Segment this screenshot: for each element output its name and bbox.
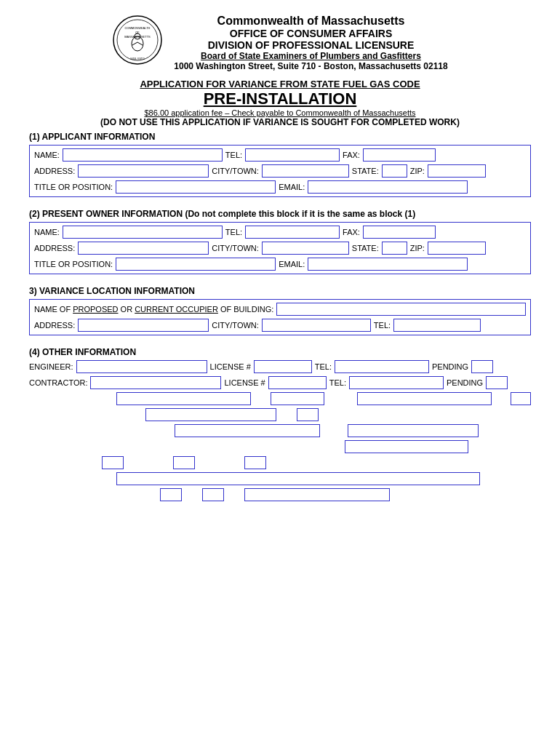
s2-state-input[interactable] [382,242,407,255]
header-title1: Commonwealth of Massachusetts [174,15,447,28]
s2-city-label: CITY/TOWN: [212,244,259,252]
s4-license-label: LICENSE # [210,362,251,371]
s1-fax-input[interactable] [363,148,436,162]
s1-email-input[interactable] [308,180,468,194]
s3-address-label: ADDRESS: [34,321,75,330]
s4-extra-input11[interactable] [173,456,195,469]
header-title2: OFFICE OF CONSUMER AFFAIRS [174,28,447,39]
s2-tel-label: TEL: [225,228,242,236]
s2-address-input[interactable] [78,242,209,255]
s4-engineer-input[interactable] [76,360,207,373]
s1-state-label: STATE: [352,167,379,175]
s1-title-input[interactable] [116,180,276,194]
ma-seal-icon: COMMONWEALTH OF MASSACHUSETTS SIGIL ESTO [112,15,163,65]
s1-name-input[interactable] [63,148,223,162]
s4-extra-row3 [175,424,531,437]
section2-owner: (2) PRESENT OWNER INFORMATION (Do not co… [29,209,531,274]
s1-title-label: TITLE OR POSITION: [34,183,113,191]
s2-address-label: ADDRESS: [34,244,75,252]
s1-address-input[interactable] [78,164,209,178]
s4-contractor-label: CONTRACTOR: [29,378,87,387]
s4-license-input[interactable] [254,360,312,373]
s4-extra-input6[interactable] [297,408,319,421]
s4-extra-row4 [175,440,531,453]
section4-title: (4) OTHER INFORMATION [29,347,531,357]
s2-name-input[interactable] [63,226,223,239]
application-title-section: APPLICATION FOR VARIANCE FROM STATE FUEL… [29,79,531,127]
s4-engineer-tel-input[interactable] [335,360,429,373]
s4-extra-input5[interactable] [145,408,276,421]
svg-line-7 [132,42,137,45]
s4-contractor-input[interactable] [90,376,221,389]
s4-extra-input13[interactable] [116,472,480,485]
header-address: 1000 Washington Street, Suite 710 - Bost… [174,61,447,71]
svg-text:COMMONWEALTH: COMMONWEALTH [125,26,151,30]
section3-variance: 3) VARIANCE LOCATION INFORMATION NAME OF… [29,286,531,335]
s1-fax-label: FAX: [343,151,360,159]
s3-city-input[interactable] [262,319,371,332]
s4-extra-input14[interactable] [160,488,182,501]
s2-name-label: NAME: [34,228,60,236]
s4-extra-input16[interactable] [244,488,390,501]
section3-form: NAME OF PROPOSED OR CURRENT OCCUPIER OF … [29,299,531,335]
s2-title-input[interactable] [116,258,276,271]
s1-tel-label: TEL: [225,151,242,159]
s2-zip-label: ZIP: [410,244,425,252]
s3-tel-input[interactable] [393,319,481,332]
s1-email-label: EMAIL: [279,183,305,191]
s2-city-input[interactable] [262,242,349,255]
section4-other: (4) OTHER INFORMATION ENGINEER: LICENSE … [29,347,531,501]
s2-title-label: TITLE OR POSITION: [34,260,113,268]
s4-pending2-label: PENDING [447,378,483,387]
s1-tel-input[interactable] [245,148,340,162]
section1-row3: TITLE OR POSITION: EMAIL: [34,180,526,194]
section2-row2: ADDRESS: CITY/TOWN: STATE: ZIP: [34,242,526,255]
s4-extra-input7[interactable] [175,424,320,437]
fee-line: $86.00 application fee – Check payable t… [29,108,531,117]
section1-row2: ADDRESS: CITY/TOWN: STATE: ZIP: [34,164,526,178]
s1-zip-input[interactable] [428,164,486,178]
s4-extra-input3[interactable] [357,392,492,405]
s3-occupier-label: NAME OF PROPOSED OR CURRENT OCCUPIER OF … [34,305,273,314]
s4-extra-input9[interactable] [345,440,468,453]
section3-row1: NAME OF PROPOSED OR CURRENT OCCUPIER OF … [34,303,526,316]
section3-title: 3) VARIANCE LOCATION INFORMATION [29,286,531,296]
s3-tel-label: TEL: [374,321,391,330]
s4-extra-input1[interactable] [116,392,251,405]
section3-row2: ADDRESS: CITY/TOWN: TEL: [34,319,526,332]
s4-tel2-label: TEL: [329,378,346,387]
section2-row1: NAME: TEL: FAX: [34,226,526,239]
section2-row3: TITLE OR POSITION: EMAIL: [34,258,526,271]
s4-extra-input15[interactable] [202,488,224,501]
s3-address-input[interactable] [78,319,209,332]
s4-tel-label: TEL: [315,362,332,371]
s1-state-input[interactable] [382,164,407,178]
s4-pending-input[interactable] [471,360,493,373]
s1-city-input[interactable] [262,164,349,178]
s4-extra-input2[interactable] [271,392,324,405]
section1-title: (1) APPLICANT INFORMATION [29,132,531,142]
s4-extra-input10[interactable] [102,456,124,469]
s4-extra-input12[interactable] [244,456,266,469]
s1-name-label: NAME: [34,151,60,159]
s1-city-label: CITY/TOWN: [212,167,259,175]
s4-license2-input[interactable] [268,376,327,389]
section2-title: (2) PRESENT OWNER INFORMATION (Do not co… [29,209,531,219]
s4-contractor-tel-input[interactable] [349,376,444,389]
s4-extra-input8[interactable] [348,424,479,437]
s4-extra-row1 [116,392,531,405]
s4-contractor-row: CONTRACTOR: LICENSE # TEL: PENDING [29,376,531,389]
s4-engineer-label: ENGINEER: [29,362,73,371]
s2-zip-input[interactable] [428,242,486,255]
s2-tel-input[interactable] [245,226,340,239]
s3-city-label: CITY/TOWN: [212,321,259,330]
s4-extra-input4[interactable] [511,392,531,405]
s2-email-input[interactable] [308,258,468,271]
s2-fax-input[interactable] [363,226,436,239]
svg-text:SIGIL ESTO: SIGIL ESTO [131,57,145,60]
s4-pending2-input[interactable] [486,376,508,389]
s3-building-input[interactable] [276,303,526,316]
section4-content: ENGINEER: LICENSE # TEL: PENDING CONTRAC… [29,360,531,501]
header-text-block: Commonwealth of Massachusetts OFFICE OF … [174,15,447,71]
logo-container: COMMONWEALTH OF MASSACHUSETTS SIGIL ESTO [112,15,163,65]
